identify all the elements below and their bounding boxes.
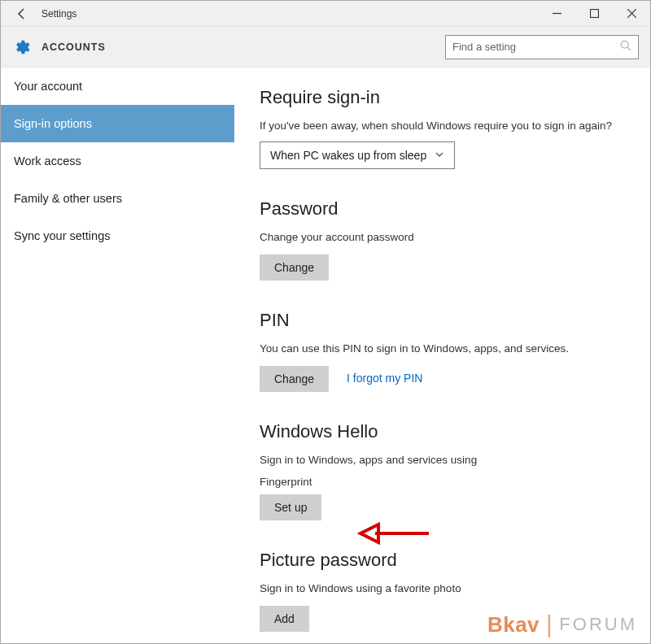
sidebar-item-sync-your-settings[interactable]: Sync your settings (1, 217, 234, 255)
search-icon (620, 40, 631, 54)
sidebar: Your account Sign-in options Work access… (1, 67, 235, 643)
section-title: Picture password (260, 550, 626, 571)
sidebar-item-label: Sync your settings (14, 229, 110, 242)
section-require-signin: Require sign-in If you've been away, whe… (260, 87, 626, 169)
section-windows-hello: Windows Hello Sign in to Windows, apps a… (260, 421, 626, 520)
chevron-down-icon (435, 149, 444, 162)
section-desc: You can use this PIN to sign in to Windo… (260, 342, 626, 355)
section-desc: Sign in to Windows, apps and services us… (260, 454, 626, 466)
maximize-button[interactable] (575, 2, 613, 26)
main-content: Require sign-in If you've been away, whe… (235, 67, 650, 643)
select-value: When PC wakes up from sleep (270, 149, 426, 162)
require-signin-select[interactable]: When PC wakes up from sleep (260, 141, 455, 169)
section-title: Password (260, 198, 626, 220)
annotation-arrow-icon (357, 520, 430, 547)
section-desc: If you've been away, when should Windows… (260, 120, 626, 132)
minimize-button[interactable] (538, 2, 575, 26)
search-placeholder: Find a setting (452, 41, 516, 53)
section-desc: Sign in to Windows using a favorite phot… (260, 582, 626, 594)
window-title: Settings (42, 8, 76, 20)
section-title: Windows Hello (260, 421, 626, 442)
svg-point-2 (621, 41, 628, 48)
sidebar-item-family-other-users[interactable]: Family & other users (1, 180, 234, 217)
hello-setup-button[interactable]: Set up (260, 494, 321, 520)
sidebar-item-label: Work access (14, 154, 81, 168)
sidebar-item-label: Family & other users (14, 192, 122, 205)
picture-password-add-button[interactable]: Add (260, 606, 309, 632)
section-title: PIN (260, 310, 626, 331)
section-desc: Change your account password (260, 231, 626, 243)
password-change-button[interactable]: Change (260, 255, 329, 281)
section-title: Require sign-in (260, 87, 626, 108)
section-picture-password: Picture password Sign in to Windows usin… (260, 550, 626, 632)
category-title: ACCOUNTS (42, 41, 106, 53)
sidebar-item-work-access[interactable]: Work access (1, 142, 234, 180)
pin-change-button[interactable]: Change (260, 366, 329, 392)
section-pin: PIN You can use this PIN to sign in to W… (260, 310, 626, 392)
forgot-pin-link[interactable]: I forgot my PIN (347, 372, 422, 385)
back-button[interactable] (7, 2, 37, 26)
search-input[interactable]: Find a setting (445, 35, 639, 59)
sidebar-item-label: Sign-in options (14, 117, 92, 130)
gear-icon (12, 38, 30, 56)
section-password: Password Change your account password Ch… (260, 198, 626, 281)
sidebar-item-label: Your account (14, 80, 82, 93)
svg-line-3 (627, 47, 631, 50)
window-controls (538, 2, 650, 26)
hello-subheading: Fingerprint (260, 476, 626, 488)
sidebar-item-your-account[interactable]: Your account (1, 67, 234, 105)
close-button[interactable] (613, 2, 650, 26)
svg-rect-1 (590, 10, 598, 18)
category-header: ACCOUNTS Find a setting (1, 27, 650, 67)
title-bar: Settings (1, 1, 650, 27)
sidebar-item-sign-in-options[interactable]: Sign-in options (1, 105, 234, 142)
